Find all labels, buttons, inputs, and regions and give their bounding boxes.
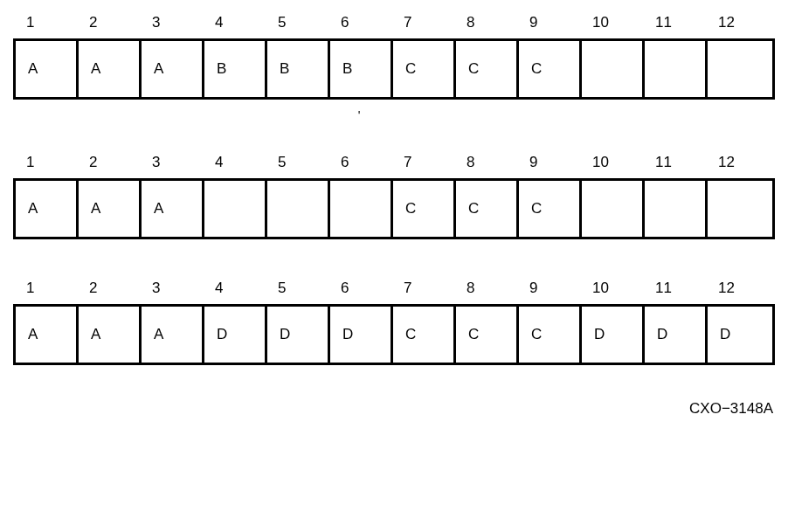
slot-cell: C — [456, 307, 519, 363]
slot-cell: D — [708, 307, 771, 363]
column-header: 3 — [143, 274, 206, 304]
slot-cell — [708, 41, 771, 97]
slot-cell — [582, 181, 645, 237]
slot-cell: A — [16, 41, 79, 97]
figure-code: CXO−3148A — [13, 400, 775, 418]
column-header: 10 — [584, 9, 646, 38]
slot-table-3: 1 2 3 4 5 6 7 8 9 10 11 12 A A A D D D C… — [13, 274, 775, 365]
slot-cell: D — [267, 307, 330, 363]
slot-cell: A — [142, 41, 204, 97]
column-header: 9 — [521, 274, 584, 304]
column-header: 11 — [646, 149, 709, 178]
column-header: 11 — [646, 274, 709, 304]
column-header: 8 — [458, 149, 521, 178]
slot-cell: C — [519, 307, 582, 363]
gap-marker: ' — [0, 108, 775, 122]
column-header: 2 — [80, 9, 143, 38]
slot-cell — [330, 181, 393, 237]
column-header: 1 — [17, 149, 80, 178]
column-header: 10 — [584, 274, 646, 304]
slot-cell: A — [79, 307, 142, 363]
slot-cell: A — [142, 307, 204, 363]
column-header: 8 — [458, 274, 521, 304]
slot-table-1: 1 2 3 4 5 6 7 8 9 10 11 12 A A A B B B C… — [13, 9, 775, 100]
slot-cell: D — [645, 307, 708, 363]
column-header: 11 — [646, 9, 709, 38]
column-header: 5 — [269, 274, 332, 304]
slot-cell: A — [16, 181, 79, 237]
column-header: 8 — [458, 9, 521, 38]
column-header: 4 — [206, 9, 269, 38]
column-header: 1 — [17, 274, 80, 304]
column-header: 3 — [143, 9, 206, 38]
column-header: 2 — [80, 274, 143, 304]
column-header: 6 — [332, 9, 395, 38]
slot-cell: A — [79, 181, 142, 237]
column-header: 6 — [332, 149, 395, 178]
slot-cell — [645, 181, 708, 237]
column-header: 10 — [584, 149, 646, 178]
slot-cell — [645, 41, 708, 97]
column-header: 7 — [395, 9, 458, 38]
slot-cell: D — [330, 307, 393, 363]
slot-cell: B — [267, 41, 330, 97]
column-header: 9 — [521, 149, 584, 178]
slot-cell — [204, 181, 267, 237]
slot-cell — [708, 181, 771, 237]
slot-cell: C — [393, 41, 456, 97]
slot-cell: C — [393, 307, 456, 363]
slot-cell: B — [330, 41, 393, 97]
column-header: 12 — [709, 149, 772, 178]
column-header: 1 — [17, 9, 80, 38]
slot-cell: D — [582, 307, 645, 363]
column-header: 6 — [332, 274, 395, 304]
slot-cell: C — [519, 41, 582, 97]
slot-cell: A — [142, 181, 204, 237]
column-header: 5 — [269, 149, 332, 178]
column-header: 4 — [206, 149, 269, 178]
column-header: 9 — [521, 9, 584, 38]
slot-cell: C — [519, 181, 582, 237]
slot-cell: A — [16, 307, 79, 363]
column-header: 2 — [80, 149, 143, 178]
column-header: 12 — [709, 274, 772, 304]
column-header: 7 — [395, 274, 458, 304]
column-header: 7 — [395, 149, 458, 178]
column-header: 3 — [143, 149, 206, 178]
slot-cell: C — [456, 41, 519, 97]
slot-cell — [582, 41, 645, 97]
slot-cell: C — [456, 181, 519, 237]
column-header: 5 — [269, 9, 332, 38]
slot-cell — [267, 181, 330, 237]
slot-cell: B — [204, 41, 267, 97]
slot-cell: C — [393, 181, 456, 237]
column-header: 12 — [709, 9, 772, 38]
column-header: 4 — [206, 274, 269, 304]
slot-table-2: 1 2 3 4 5 6 7 8 9 10 11 12 A A A C C C — [13, 149, 775, 239]
slot-cell: A — [79, 41, 142, 97]
slot-cell: D — [204, 307, 267, 363]
